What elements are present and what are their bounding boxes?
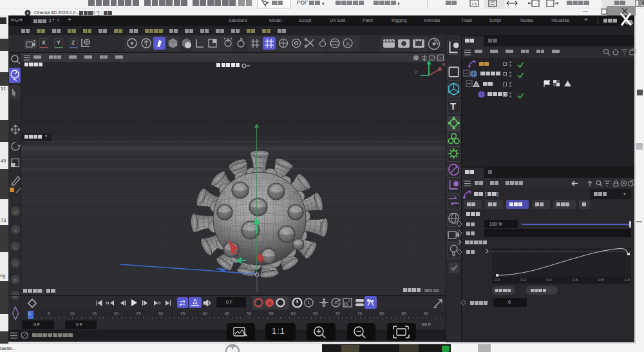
svg-text:C: C bbox=[14, 244, 17, 250]
svg-text:A: A bbox=[346, 41, 350, 47]
svg-text:1:1: 1:1 bbox=[471, 2, 477, 6]
svg-text:S: S bbox=[14, 228, 17, 233]
svg-text:O: O bbox=[14, 261, 17, 267]
svg-text:K: K bbox=[14, 293, 17, 299]
svg-text:M: M bbox=[14, 210, 18, 215]
svg-text:A: A bbox=[268, 300, 272, 306]
svg-text:P: P bbox=[14, 278, 17, 284]
